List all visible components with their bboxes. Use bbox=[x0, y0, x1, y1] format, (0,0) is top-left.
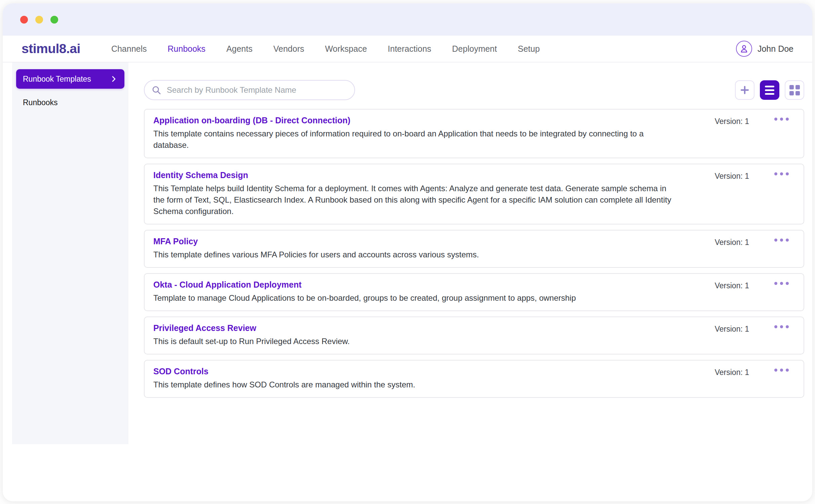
sidebar-item-label: Runbook Templates bbox=[23, 75, 110, 84]
version-label: Version: 1 bbox=[715, 172, 749, 181]
version-label: Version: 1 bbox=[715, 325, 749, 334]
sidebar-item-label: Runbooks bbox=[23, 98, 58, 107]
nav-item-runbooks[interactable]: Runbooks bbox=[168, 44, 206, 54]
template-list: Application on-boarding (DB - Direct Con… bbox=[144, 109, 804, 398]
minimize-window-button[interactable] bbox=[35, 16, 43, 24]
search-box bbox=[144, 80, 355, 100]
version-label: Version: 1 bbox=[715, 117, 749, 126]
more-actions-button[interactable] bbox=[772, 170, 791, 177]
template-title-link[interactable]: SOD Controls bbox=[153, 367, 689, 376]
toolbar bbox=[144, 80, 804, 100]
app-logo[interactable]: stimul8.ai bbox=[22, 41, 80, 56]
person-icon bbox=[739, 44, 749, 54]
version-label: Version: 1 bbox=[715, 368, 749, 377]
template-card: MFA Policy This template defines various… bbox=[144, 230, 804, 268]
close-window-button[interactable] bbox=[20, 16, 28, 24]
sidebar-item-runbooks[interactable]: Runbooks bbox=[12, 93, 128, 112]
nav-item-vendors[interactable]: Vendors bbox=[273, 44, 304, 54]
more-actions-button[interactable] bbox=[772, 280, 791, 287]
maximize-window-button[interactable] bbox=[50, 16, 58, 24]
template-title-link[interactable]: Privileged Access Review bbox=[153, 323, 689, 333]
chevron-right-icon bbox=[110, 75, 118, 83]
template-description: This template defines various MFA Polici… bbox=[153, 249, 673, 260]
template-card: Identity Schema Design This Template hel… bbox=[144, 164, 804, 224]
nav-item-agents[interactable]: Agents bbox=[226, 44, 253, 54]
user-name: John Doe bbox=[758, 44, 793, 54]
traffic-lights bbox=[20, 16, 58, 24]
nav-item-deployment[interactable]: Deployment bbox=[452, 44, 497, 54]
template-card: Privileged Access Review This is default… bbox=[144, 317, 804, 354]
template-title-link[interactable]: Identity Schema Design bbox=[153, 170, 689, 180]
nav-item-channels[interactable]: Channels bbox=[111, 44, 147, 54]
grid-icon bbox=[789, 85, 800, 95]
avatar[interactable] bbox=[736, 41, 752, 57]
more-actions-button[interactable] bbox=[772, 367, 791, 374]
version-label: Version: 1 bbox=[715, 238, 749, 247]
list-icon bbox=[765, 86, 774, 95]
nav-item-interactions[interactable]: Interactions bbox=[388, 44, 431, 54]
template-title-link[interactable]: Okta - Cloud Application Deployment bbox=[153, 280, 689, 290]
more-actions-button[interactable] bbox=[772, 323, 791, 330]
plus-icon bbox=[739, 85, 750, 95]
app-window: stimul8.ai ChannelsRunbooksAgentsVendors… bbox=[3, 3, 812, 501]
template-card: Application on-boarding (DB - Direct Con… bbox=[144, 109, 804, 158]
window-titlebar bbox=[3, 3, 812, 36]
main-nav: ChannelsRunbooksAgentsVendorsWorkspaceIn… bbox=[111, 44, 540, 54]
user-menu[interactable]: John Doe bbox=[736, 41, 793, 57]
top-navbar: stimul8.ai ChannelsRunbooksAgentsVendors… bbox=[3, 36, 812, 62]
list-view-button[interactable] bbox=[760, 80, 779, 100]
more-actions-button[interactable] bbox=[772, 237, 791, 244]
search-input[interactable] bbox=[167, 85, 348, 95]
nav-item-workspace[interactable]: Workspace bbox=[325, 44, 367, 54]
sidebar-item-runbook-templates[interactable]: Runbook Templates bbox=[16, 69, 124, 89]
content-area: Application on-boarding (DB - Direct Con… bbox=[128, 62, 812, 501]
template-title-link[interactable]: MFA Policy bbox=[153, 237, 689, 246]
add-template-button[interactable] bbox=[735, 80, 754, 100]
grid-view-button[interactable] bbox=[785, 80, 804, 100]
sidebar: Runbook Templates Runbooks bbox=[12, 62, 128, 444]
template-card: Okta - Cloud Application Deployment Temp… bbox=[144, 273, 804, 311]
more-actions-button[interactable] bbox=[772, 116, 791, 123]
nav-item-setup[interactable]: Setup bbox=[518, 44, 540, 54]
template-description: This template contains necessary pieces … bbox=[153, 128, 673, 151]
template-description: This is default set-up to Run Privileged… bbox=[153, 336, 673, 347]
search-icon bbox=[151, 85, 161, 95]
template-title-link[interactable]: Application on-boarding (DB - Direct Con… bbox=[153, 116, 689, 125]
template-description: Template to manage Cloud Applications to… bbox=[153, 292, 673, 304]
template-card: SOD Controls This template defines how S… bbox=[144, 360, 804, 398]
template-description: This template defines how SOD Controls a… bbox=[153, 379, 673, 390]
template-description: This Template helps build Identity Schem… bbox=[153, 183, 673, 217]
version-label: Version: 1 bbox=[715, 281, 749, 290]
